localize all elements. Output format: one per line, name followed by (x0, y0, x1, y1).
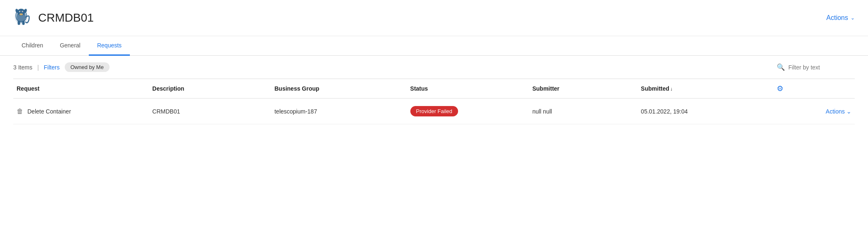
tab-children[interactable]: Children (13, 36, 51, 56)
col-header-status: Status (407, 79, 529, 99)
header-actions-label: Actions (827, 14, 848, 22)
tab-general[interactable]: General (51, 36, 89, 56)
pipe-separator: | (37, 64, 39, 71)
owned-by-me-badge[interactable]: Owned by Me (65, 62, 110, 72)
tabs-bar: Children General Requests (0, 36, 868, 56)
col-header-business-group: Business Group (271, 79, 407, 99)
filters-link[interactable]: Filters (44, 64, 60, 71)
cell-request: 🗑 Delete Container (13, 99, 149, 124)
cell-description: CRMDB01 (149, 99, 271, 124)
toolbar: 3 Items | Filters Owned by Me 🔍 (0, 56, 868, 79)
status-badge: Provider Failed (410, 106, 458, 116)
svg-point-7 (22, 11, 23, 12)
items-count: 3 Items (13, 64, 32, 71)
col-header-submitted[interactable]: Submitted↓ (638, 79, 773, 99)
request-cell-content: 🗑 Delete Container (17, 108, 146, 115)
table-header-row: Request Description Business Group Statu… (13, 79, 855, 99)
header-actions-button[interactable]: Actions ⌄ (827, 14, 855, 22)
sort-arrow-submitted: ↓ (670, 86, 673, 92)
cell-submitter: null null (529, 99, 638, 124)
svg-point-10 (20, 13, 23, 15)
column-settings-button[interactable]: ⚙ (777, 84, 783, 93)
search-icon: 🔍 (777, 63, 785, 71)
postgres-logo (10, 7, 32, 29)
cell-row-actions: Actions ⌄ (773, 99, 855, 124)
trash-icon: 🗑 (17, 108, 23, 115)
header-left: CRMDB01 (10, 7, 94, 29)
svg-point-6 (20, 11, 20, 12)
col-header-description: Description (149, 79, 271, 99)
page-title: CRMDB01 (38, 11, 94, 25)
header: CRMDB01 Actions ⌄ (0, 0, 868, 36)
toolbar-left: 3 Items | Filters Owned by Me (13, 62, 110, 72)
table-row: 🗑 Delete Container CRMDB01 telescopium-1… (13, 99, 855, 124)
svg-rect-12 (22, 21, 25, 25)
table-wrapper: Request Description Business Group Statu… (0, 79, 868, 124)
row-actions-chevron: ⌄ (846, 108, 851, 115)
svg-rect-11 (18, 21, 20, 25)
cell-business-group: telescopium-187 (271, 99, 407, 124)
header-actions-chevron: ⌄ (851, 15, 855, 21)
tab-requests[interactable]: Requests (89, 36, 130, 56)
col-header-submitter: Submitter (529, 79, 638, 99)
requests-table: Request Description Business Group Statu… (13, 79, 855, 124)
col-header-request: Request (13, 79, 149, 99)
cell-submitted: 05.01.2022, 19:04 (638, 99, 773, 124)
cell-status: Provider Failed (407, 99, 529, 124)
col-header-gear: ⚙ (773, 79, 855, 99)
filter-input[interactable] (788, 64, 855, 71)
row-actions-button[interactable]: Actions ⌄ (777, 108, 851, 115)
toolbar-right: 🔍 (777, 63, 855, 71)
